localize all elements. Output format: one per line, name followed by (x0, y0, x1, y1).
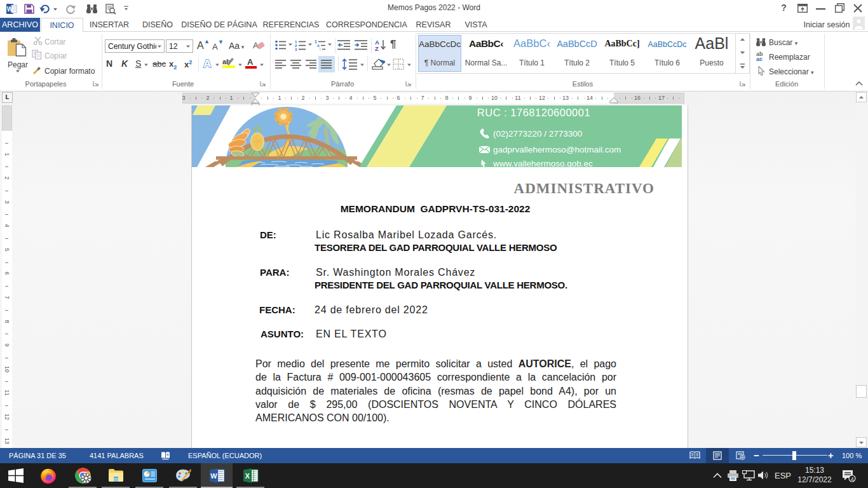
svg-text:X: X (245, 472, 250, 480)
svg-text:www.vallehermoso.gob.ec: www.vallehermoso.gob.ec (492, 159, 593, 167)
svg-text:3: 3 (295, 48, 297, 51)
svg-text:i: i (320, 47, 320, 51)
svg-text:A: A (203, 58, 211, 70)
svg-text:gadprvallehermoso@hotmail.com: gadprvallehermoso@hotmail.com (493, 145, 621, 154)
svg-text:RUC : 1768120600001: RUC : 1768120600001 (477, 107, 590, 118)
svg-text:W: W (210, 472, 217, 480)
svg-text:Z: Z (375, 45, 379, 51)
svg-text:4: 4 (851, 476, 854, 482)
svg-text:(02)2773220 / 2773300: (02)2773220 / 2773300 (493, 129, 582, 139)
